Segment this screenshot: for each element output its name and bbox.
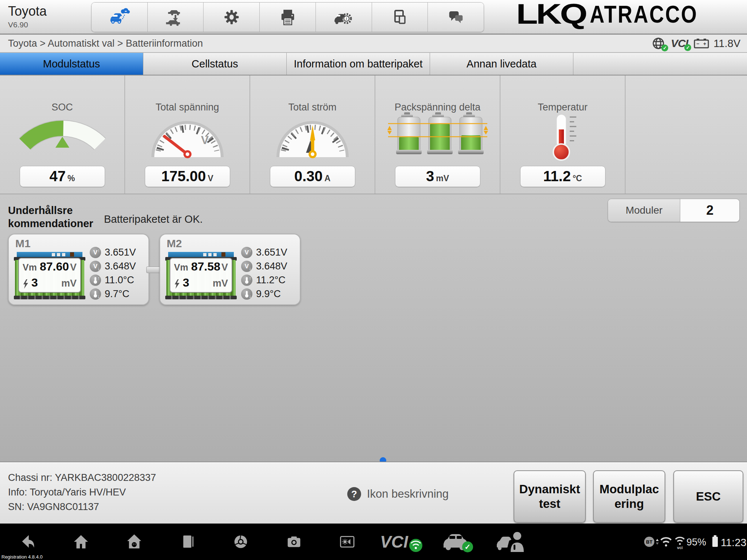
vmax-icon: V↑ bbox=[90, 247, 101, 258]
vehicle-connection-button[interactable]: ✓ bbox=[441, 531, 476, 553]
serial-number: SN: VA9GN8C01137 bbox=[8, 499, 156, 514]
svg-text:BT: BT bbox=[646, 539, 652, 545]
back-icon bbox=[19, 533, 36, 551]
module-status-panel: Underhållsre kommendationer Batteripaket… bbox=[0, 194, 747, 462]
back-button[interactable] bbox=[19, 533, 36, 551]
print-icon bbox=[278, 8, 298, 27]
status-tray: BT vci 95% 11:23 bbox=[643, 531, 746, 553]
network-status: ✓ bbox=[652, 37, 665, 50]
android-navbar: VCI ✓ bbox=[0, 524, 747, 560]
breadcrumb: Toyota > Automatiskt val > Batteriinform… bbox=[8, 35, 203, 52]
battery-voltage: 11.8V bbox=[713, 38, 740, 50]
vehicle-info-block: Chassi nr: YARKBAC3800228337 Info: Toryo… bbox=[8, 470, 156, 514]
tab-modulstatus[interactable]: Modulstatus bbox=[0, 53, 143, 75]
data-manager-button[interactable] bbox=[372, 3, 428, 32]
recent-apps-button[interactable] bbox=[179, 533, 196, 551]
android-home-icon bbox=[125, 533, 143, 551]
registration-version: Registration 4.8.4.0 bbox=[1, 554, 43, 560]
remote-diagnostics-button[interactable] bbox=[92, 3, 148, 32]
module-delta: 3 bbox=[31, 276, 38, 289]
network-check-icon: ✓ bbox=[661, 44, 668, 51]
tab-annan-livedata[interactable]: Annan livedata bbox=[430, 53, 573, 75]
gauge-current-label: Total ström bbox=[250, 102, 375, 113]
data-manager-icon bbox=[391, 8, 409, 27]
messages-button[interactable] bbox=[428, 3, 484, 32]
tab-filler bbox=[573, 53, 747, 75]
footer-bar: Chassi nr: YARKBAC3800228337 Info: Toryo… bbox=[0, 462, 747, 524]
pcb-strip bbox=[168, 252, 234, 257]
svg-text:VCI: VCI bbox=[380, 532, 409, 551]
thermometer-graphic bbox=[539, 112, 587, 161]
connection-indicators: ✓ VCI ✓ − + 11.8V bbox=[652, 35, 740, 52]
vm-label: Vm bbox=[23, 262, 37, 273]
modules-counter: Moduler 2 bbox=[608, 199, 740, 222]
module-card-m1[interactable]: M1 Vm 87.60 V 3 mV bbox=[8, 234, 149, 305]
toolbar: i bbox=[91, 2, 484, 32]
modules-counter-value: 2 bbox=[680, 199, 739, 222]
print-button[interactable] bbox=[260, 3, 316, 32]
app-version: V6.90 bbox=[8, 20, 47, 29]
vehicle-info: Info: Toryota/Yaris HV/HEV bbox=[8, 485, 156, 499]
module-value-box: Vm 87.58 V 3 mV bbox=[170, 258, 232, 293]
settings-icon bbox=[222, 7, 241, 27]
vci-shortcut-button[interactable]: VCI bbox=[379, 531, 427, 553]
vm-label: Vm bbox=[174, 262, 188, 273]
display-settings-button[interactable] bbox=[338, 533, 356, 551]
icon-description-button[interactable]: ? Ikon beskrivning bbox=[347, 487, 449, 501]
brightness-volume-icon bbox=[338, 533, 356, 551]
tmax-icon: ↑ bbox=[90, 275, 101, 286]
svg-text:vci: vci bbox=[677, 545, 682, 550]
vehicle-exchange-button[interactable] bbox=[148, 3, 204, 32]
tab-batteripaket-info[interactable]: Information om batteripaket bbox=[287, 53, 430, 75]
gauge-soc: SOC 47 % bbox=[0, 75, 125, 194]
clock: 11:23 bbox=[721, 537, 746, 549]
chassis-number: Chassi nr: YARKBAC3800228337 bbox=[8, 470, 156, 485]
vci-check-icon: ✓ bbox=[684, 44, 691, 51]
svg-text:+: + bbox=[703, 41, 706, 47]
vmin-icon: V↓ bbox=[241, 261, 252, 272]
car-battery-icon: − + bbox=[694, 38, 711, 49]
logo-lkq: LKQ bbox=[516, 0, 586, 28]
module-value-box: Vm 87.60 V 3 mV bbox=[18, 258, 81, 293]
gauge-pack-delta: Packspänning delta bbox=[375, 75, 500, 194]
android-home-button[interactable] bbox=[125, 533, 143, 551]
vehicle-brand: Toyota bbox=[8, 4, 47, 19]
settings-button[interactable] bbox=[204, 3, 260, 32]
gauge-temperature-value-box: 11.2 °C bbox=[520, 166, 605, 187]
gauge-temperature: Temperatur bbox=[500, 75, 626, 194]
module-voltage: 87.60 bbox=[40, 260, 69, 273]
vehicle-data-icon: i bbox=[333, 8, 354, 27]
mechanic-icon bbox=[496, 531, 529, 553]
recent-apps-icon bbox=[179, 533, 196, 551]
maintenance-title: Underhållsre kommendationer bbox=[8, 204, 99, 230]
screenshot-button[interactable] bbox=[285, 533, 303, 551]
bolt-icon bbox=[174, 279, 180, 289]
module-card-m2[interactable]: M2 Vm 87.58 V 3 mV bbox=[159, 234, 301, 305]
gauge-soc-label: SOC bbox=[0, 102, 124, 113]
home-button[interactable] bbox=[72, 533, 90, 551]
chrome-button[interactable] bbox=[232, 533, 249, 551]
vehicle-data-button[interactable]: i bbox=[316, 3, 372, 32]
tab-cellstatus[interactable]: Cellstatus bbox=[143, 53, 287, 75]
vci-wifi-icon: VCI bbox=[379, 531, 427, 553]
vmin-icon: V↓ bbox=[90, 261, 101, 272]
esc-button[interactable]: ESC bbox=[673, 470, 743, 523]
dynamic-test-button[interactable]: Dynamiskt test bbox=[514, 470, 586, 523]
module-name: M1 bbox=[15, 237, 31, 250]
camera-icon bbox=[285, 533, 303, 551]
gauge-voltage-value-box: 175.00 V bbox=[145, 166, 230, 187]
module-placement-button[interactable]: Modulplacering bbox=[593, 470, 665, 523]
tmax-icon: ↑ bbox=[241, 275, 252, 286]
vci-status: VCI ✓ bbox=[671, 37, 688, 50]
mechanic-button[interactable] bbox=[496, 531, 529, 553]
gauge-voltage-label: Total spänning bbox=[125, 102, 249, 113]
gauge-total-voltage: Total spänning V 175.00 V bbox=[125, 75, 250, 194]
voltage-dial-gauge: V bbox=[146, 118, 229, 160]
bolt-icon bbox=[23, 279, 28, 289]
car-check-icon: ✓ bbox=[441, 531, 476, 553]
home-icon bbox=[72, 533, 90, 551]
breadcrumb-bar: Toyota > Automatiskt val > Batteriinform… bbox=[0, 35, 747, 53]
diagnostic-app: Toyota V6.90 bbox=[0, 0, 747, 560]
gauge-soc-value-box: 47 % bbox=[20, 166, 105, 187]
modules-counter-label: Moduler bbox=[608, 199, 680, 222]
